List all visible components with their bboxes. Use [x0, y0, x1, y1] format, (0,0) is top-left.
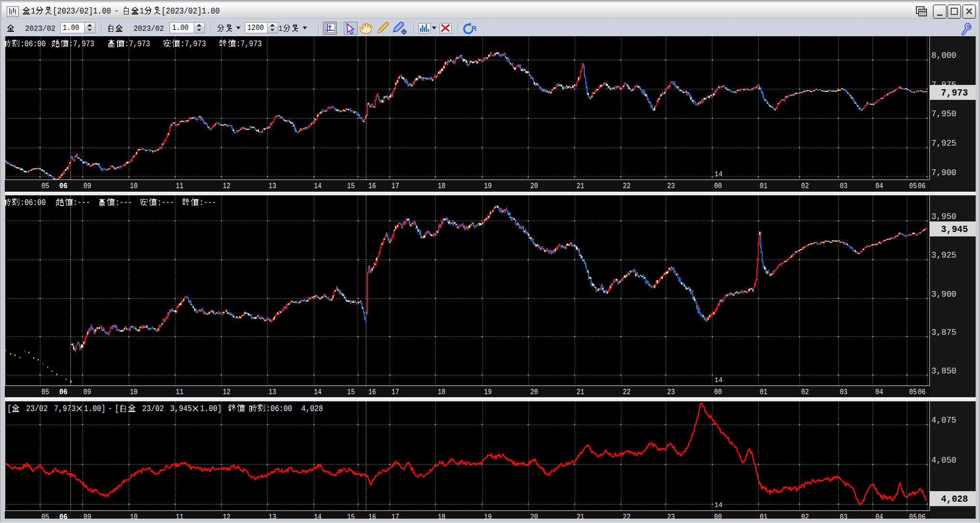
svg-text:3,945: 3,945: [170, 404, 192, 413]
svg-text:1: 1: [279, 24, 282, 33]
svg-text:8,000: 8,000: [931, 50, 956, 61]
svg-text:20: 20: [530, 513, 538, 522]
svg-text:19: 19: [484, 513, 492, 522]
svg-text:09: 09: [83, 388, 91, 397]
svg-text:06: 06: [59, 388, 67, 397]
svg-text:06: 06: [918, 388, 926, 397]
svg-text:7,973: 7,973: [941, 87, 968, 98]
svg-text:15: 15: [347, 182, 355, 191]
svg-text:06: 06: [59, 513, 67, 522]
svg-text:3,875: 3,875: [931, 327, 956, 338]
svg-text:12: 12: [223, 182, 230, 191]
svg-text:19: 19: [484, 388, 492, 397]
svg-text:23/02: 23/02: [26, 404, 48, 413]
svg-text::7,973: :7,973: [125, 39, 150, 49]
svg-text:01: 01: [760, 182, 767, 191]
svg-text:10: 10: [130, 388, 138, 397]
svg-text:14: 14: [714, 376, 723, 385]
svg-text:02: 02: [801, 182, 809, 191]
svg-text:14: 14: [314, 182, 322, 191]
svg-text:22: 22: [623, 388, 631, 397]
svg-text::7,973: :7,973: [180, 39, 206, 49]
svg-text:[: [: [7, 404, 12, 413]
svg-text:06: 06: [59, 182, 67, 191]
svg-text:11: 11: [176, 388, 184, 397]
svg-text:22: 22: [623, 513, 631, 522]
svg-text:-: -: [108, 404, 112, 413]
svg-text:16: 16: [368, 513, 376, 522]
svg-text:21: 21: [577, 513, 584, 522]
svg-text:10: 10: [130, 513, 138, 522]
svg-text:3,850: 3,850: [931, 366, 956, 376]
svg-text::---: :---: [115, 198, 132, 207]
svg-text::06:00: :06:00: [266, 404, 292, 413]
svg-text:03: 03: [840, 513, 847, 522]
svg-text:04: 04: [875, 182, 883, 191]
svg-text:14: 14: [714, 501, 723, 509]
svg-text::06:00: :06:00: [20, 198, 46, 207]
svg-text:18: 18: [438, 513, 445, 522]
svg-text:00: 00: [714, 388, 722, 397]
svg-text:21: 21: [577, 388, 584, 397]
svg-text:06: 06: [918, 182, 926, 191]
svg-text:4,028: 4,028: [301, 404, 323, 413]
svg-text:13: 13: [268, 513, 276, 522]
svg-text:05: 05: [41, 513, 49, 522]
svg-text:23: 23: [667, 388, 675, 397]
svg-text:7,973: 7,973: [54, 404, 76, 413]
svg-text:[: [: [115, 404, 119, 413]
svg-text:11: 11: [176, 182, 184, 191]
svg-text:01: 01: [760, 513, 767, 522]
svg-text:16: 16: [368, 182, 376, 191]
svg-text:4,075: 4,075: [931, 415, 956, 426]
svg-text:17: 17: [391, 388, 399, 397]
svg-text:3,925: 3,925: [931, 250, 956, 261]
svg-text:04: 04: [875, 513, 883, 522]
svg-text:12: 12: [223, 388, 230, 397]
svg-text:12: 12: [223, 513, 230, 522]
svg-text:23: 23: [667, 513, 675, 522]
svg-text:7,925: 7,925: [931, 138, 956, 149]
svg-text:7,900: 7,900: [931, 167, 956, 178]
svg-text:1.00: 1.00: [63, 24, 79, 32]
svg-text:05: 05: [909, 388, 917, 397]
svg-text:[2023/02]1.00: [2023/02]1.00: [53, 6, 111, 16]
svg-text:2023/02: 2023/02: [134, 24, 164, 33]
svg-text:2023/02: 2023/02: [25, 24, 55, 33]
svg-text:17: 17: [391, 182, 399, 191]
svg-text:09: 09: [83, 182, 91, 191]
svg-text:06: 06: [918, 513, 926, 522]
svg-text:04: 04: [875, 388, 883, 397]
svg-text:02: 02: [801, 513, 809, 522]
svg-text:R: R: [471, 24, 477, 32]
svg-text::7,973: :7,973: [69, 39, 94, 49]
svg-text:00: 00: [714, 182, 722, 191]
svg-text:1: 1: [31, 6, 35, 16]
svg-text:11: 11: [176, 513, 184, 522]
svg-text:14: 14: [314, 513, 322, 522]
svg-text::7,973: :7,973: [236, 39, 262, 49]
svg-text:23: 23: [667, 182, 675, 191]
svg-text:15: 15: [347, 513, 355, 522]
svg-text:19: 19: [484, 182, 492, 191]
svg-text:13: 13: [268, 182, 276, 191]
svg-text:14: 14: [714, 170, 723, 179]
svg-text:3,945: 3,945: [941, 224, 968, 235]
svg-text:05: 05: [909, 182, 917, 191]
svg-text:[2023/02]1.00: [2023/02]1.00: [161, 6, 220, 16]
svg-text:20: 20: [530, 388, 538, 397]
svg-text:20: 20: [530, 182, 538, 191]
svg-text:01: 01: [760, 388, 767, 397]
svg-text:03: 03: [840, 388, 847, 397]
svg-text:05: 05: [909, 513, 917, 522]
svg-text:22: 22: [623, 182, 631, 191]
svg-text::---: :---: [73, 198, 90, 207]
svg-text::---: :---: [157, 198, 174, 207]
svg-text::---: :---: [199, 198, 216, 207]
svg-text:18: 18: [438, 182, 445, 191]
svg-text:1.00]: 1.00]: [84, 404, 106, 413]
svg-text:10: 10: [130, 182, 138, 191]
svg-text:16: 16: [368, 388, 376, 397]
svg-text:4,028: 4,028: [941, 494, 968, 505]
svg-text:-: -: [114, 6, 119, 16]
